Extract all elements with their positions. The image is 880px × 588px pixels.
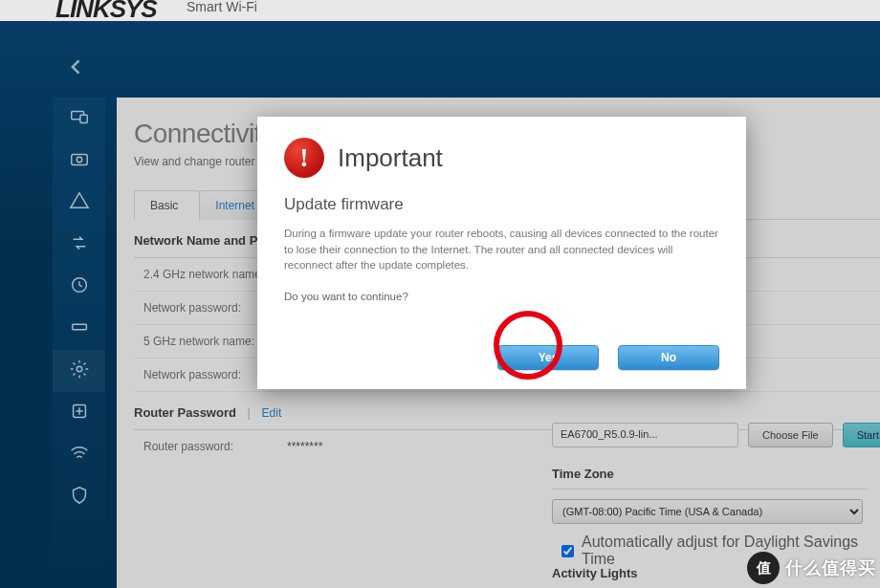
firmware-file-name: EA6700_R5.0.9-lin...: [552, 423, 738, 447]
sidebar-item-media[interactable]: [53, 140, 105, 182]
shield-icon: [69, 485, 90, 510]
timezone-header: Time Zone: [552, 467, 868, 490]
settings-icon: [69, 359, 90, 383]
sidebar-item-storage[interactable]: [53, 308, 105, 350]
camera-icon: [69, 148, 90, 173]
alert-icon: [69, 190, 90, 215]
swap-icon: [69, 232, 90, 257]
dialog-no-button[interactable]: No: [618, 345, 719, 370]
warning-icon: !: [284, 138, 324, 178]
router-password-label: Router password:: [134, 440, 277, 453]
svg-rect-2: [71, 154, 87, 164]
diagnose-icon: [69, 401, 90, 425]
timezone-select[interactable]: (GMT-08:00) Pacific Time (USA & Canada): [552, 499, 863, 524]
ghz5-name-label: 5 GHz network name:: [134, 335, 277, 348]
svg-rect-1: [79, 115, 86, 122]
tab-basic[interactable]: Basic: [134, 190, 200, 220]
firmware-update-dialog: ! Important Update firmware During a fir…: [257, 117, 746, 389]
watermark: 值 什么值得买: [747, 552, 876, 584]
sidebar-item-troubleshoot[interactable]: [53, 392, 105, 434]
sidebar-item-connectivity[interactable]: [53, 350, 105, 392]
sidebar-item-priority[interactable]: [53, 224, 105, 266]
ghz24-password-label: Network password:: [134, 301, 277, 315]
dialog-title: Important: [338, 143, 443, 173]
dialog-body-text: During a firmware update your router reb…: [257, 222, 746, 277]
sidebar-item-security[interactable]: [53, 476, 105, 518]
router-password-header-text: Router Password: [134, 405, 236, 420]
ghz5-password-label: Network password:: [134, 368, 277, 381]
sidebar-item-speedtest[interactable]: [53, 266, 105, 308]
devices-icon: [69, 106, 90, 131]
brand-product-line: Smart Wi-Fi: [187, 0, 257, 14]
dst-checkbox[interactable]: [561, 545, 574, 557]
svg-rect-5: [72, 324, 86, 330]
choose-file-button[interactable]: Choose File: [748, 423, 833, 447]
dialog-subtitle: Update firmware: [257, 187, 746, 222]
usb-icon: [69, 316, 90, 341]
svg-point-6: [77, 366, 82, 372]
start-firmware-button[interactable]: Start: [843, 423, 880, 447]
wifi-icon: [69, 443, 90, 468]
dialog-yes-button[interactable]: Yes: [497, 345, 599, 370]
watermark-badge: 值: [747, 552, 780, 584]
sidebar: [53, 98, 105, 588]
separator: |: [248, 405, 251, 420]
router-password-value: ********: [277, 440, 322, 453]
sidebar-item-wireless[interactable]: [53, 434, 105, 476]
top-bar: LINKSYS Smart Wi-Fi: [0, 0, 880, 21]
router-password-edit-link[interactable]: Edit: [262, 406, 282, 420]
clock-icon: [69, 274, 90, 299]
ghz24-name-label: 2.4 GHz network name:: [134, 268, 277, 281]
svg-point-3: [77, 157, 82, 163]
dialog-question: Do you want to continue?: [257, 277, 746, 302]
firmware-file-area: EA6700_R5.0.9-lin... Choose File Start: [552, 417, 880, 447]
watermark-text: 什么值得买: [785, 556, 876, 579]
sidebar-item-parental[interactable]: [53, 182, 105, 224]
sidebar-item-devices[interactable]: [53, 98, 105, 140]
sidebar-collapse-button[interactable]: [67, 57, 91, 81]
